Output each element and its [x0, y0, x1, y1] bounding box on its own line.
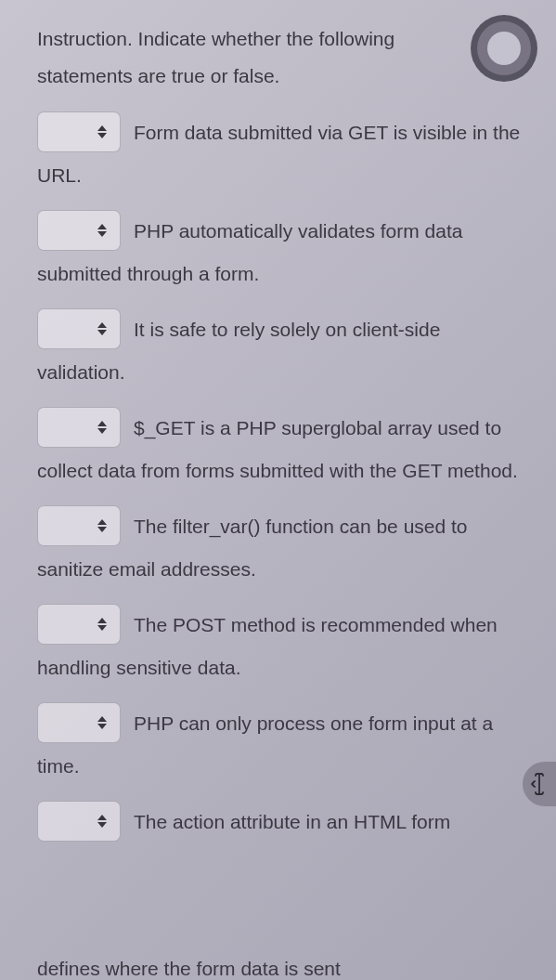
stepper-icon: [97, 320, 109, 337]
true-false-selector[interactable]: [37, 702, 121, 743]
true-false-selector[interactable]: [37, 111, 121, 152]
true-false-selector[interactable]: [37, 801, 121, 842]
text-cursor-icon: [530, 773, 549, 795]
true-false-selector[interactable]: [37, 210, 121, 251]
true-false-selector[interactable]: [37, 505, 121, 546]
question-item: The filter_var() function can be used to…: [37, 505, 530, 589]
assistant-orb-icon[interactable]: [471, 15, 537, 82]
true-false-selector[interactable]: [37, 407, 121, 448]
question-item: Form data submitted via GET is visible i…: [37, 111, 530, 195]
stepper-icon: [97, 616, 109, 633]
instruction-text: Instruction. Indicate whether the follow…: [37, 20, 530, 95]
true-false-selector[interactable]: [37, 308, 121, 349]
question-text: The action attribute in an HTML form: [134, 810, 450, 831]
true-false-selector[interactable]: [37, 604, 121, 645]
stepper-icon: [97, 124, 109, 140]
stepper-icon: [97, 714, 109, 731]
question-item: PHP can only process one form input at a…: [37, 702, 530, 786]
question-item: It is safe to rely solely on client-side…: [37, 308, 530, 392]
stepper-icon: [97, 419, 109, 436]
question-item: The action attribute in an HTML form: [37, 801, 530, 845]
question-item: $_GET is a PHP superglobal array used to…: [37, 407, 530, 490]
question-item: PHP automatically validates form data su…: [37, 210, 530, 294]
question-list: Form data submitted via GET is visible i…: [37, 111, 530, 860]
stepper-icon: [97, 517, 109, 534]
cutoff-text: defines where the form data is sent: [37, 958, 341, 980]
question-item: The POST method is recommended when hand…: [37, 604, 530, 687]
stepper-icon: [97, 813, 109, 830]
stepper-icon: [97, 222, 109, 239]
